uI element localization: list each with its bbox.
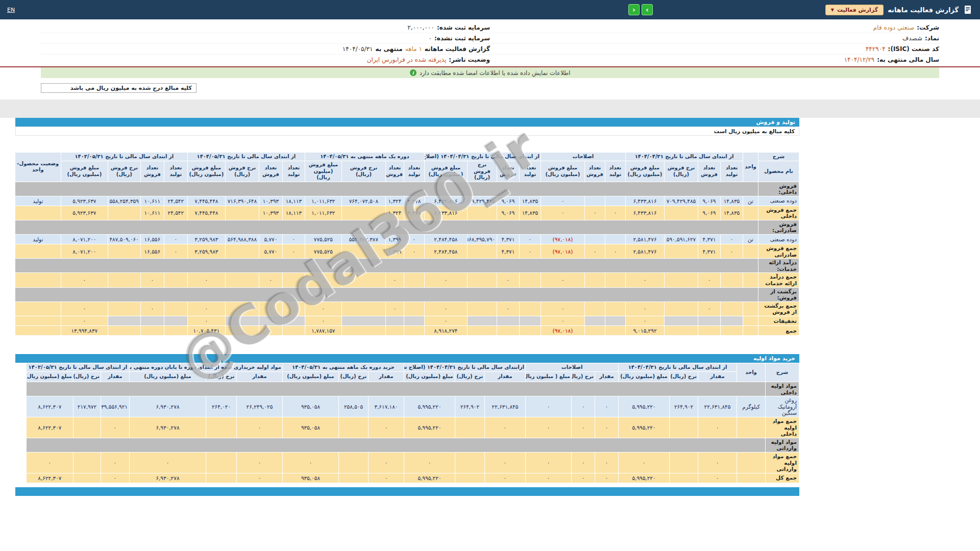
value-cell — [584, 302, 605, 316]
value-cell — [519, 273, 541, 287]
value-cell — [282, 316, 305, 326]
value-cell: ۰ — [595, 417, 618, 438]
column-subheader: نرخ (ریال) — [670, 372, 698, 382]
value-cell: ۵,۹۹۵,۲۲۰ — [404, 396, 455, 417]
value-cell: ۹,۰۶۹ — [497, 206, 519, 220]
value-cell: ۰ — [385, 273, 404, 287]
info-label: وضعیت ناشر: — [449, 56, 490, 63]
subtitle-text: کلیه مبالغ به میلیون ریال است — [714, 128, 795, 134]
value-cell: ۰ — [497, 273, 519, 287]
value-cell: ۴,۳۷۱ — [497, 244, 519, 259]
value-cell: ۰ — [368, 452, 404, 473]
column-subheader: مبلغ (میلیون ریال) — [26, 372, 73, 382]
page-gap — [0, 99, 980, 118]
info-row: وضعیت ناشر:پذیرفته شده در فرابورس ایران — [41, 55, 490, 65]
value-cell: ۰ — [164, 235, 187, 244]
unit-cell — [743, 244, 758, 259]
value-cell — [467, 326, 497, 336]
row-label: مواد اولیه وارداتی — [766, 438, 799, 452]
value-cell: ۰ — [61, 273, 108, 287]
value-cell — [519, 326, 541, 336]
value-cell — [665, 302, 698, 316]
production-sales-table: شرحواحداز ابتدای سال مالی تا تاریخ ۱۴۰۴/… — [15, 152, 799, 336]
report-icon — [963, 5, 973, 15]
value-cell — [259, 326, 282, 336]
column-subheader: مقدار — [595, 372, 618, 382]
value-cell — [467, 302, 497, 316]
value-cell: ۷۰۹,۴۲۹,۴۸۵ — [665, 196, 698, 206]
value-cell — [26, 438, 765, 452]
language-toggle-en[interactable]: EN — [7, 7, 15, 13]
value-cell: ۰ — [571, 473, 595, 483]
column-subheader: نرخ (ریال) — [73, 372, 101, 382]
value-cell: ۰ — [61, 302, 108, 316]
column-group-header: اصلاحات — [525, 363, 618, 372]
row-label: دوده صنعتی — [758, 235, 799, 244]
value-cell — [670, 452, 698, 473]
table-row: جمع کل۰۵,۹۹۵,۲۲۰۰۰۰۰۵,۹۹۵,۲۲۰۰۹۳۵,۰۵۸۰۶,… — [26, 473, 799, 483]
row-label: تخفیفات — [758, 316, 799, 326]
value-cell: ۰ — [625, 302, 664, 316]
column-subheader: تعداد تولید — [164, 161, 187, 182]
info-value: ۱ ماهه — [405, 45, 422, 53]
value-cell: ۵۹۰,۵۹۱,۶۲۷ — [665, 235, 698, 244]
column-subheader: نرخ (ریال) — [571, 372, 595, 382]
value-cell: ۰ — [618, 452, 669, 473]
value-cell: ۱۸,۱۱۳ — [282, 206, 305, 220]
value-cell: ۰ — [101, 452, 129, 473]
value-cell: ۰ — [584, 244, 605, 259]
unit-cell: تن — [743, 235, 758, 244]
value-cell — [225, 244, 259, 259]
value-cell: ۰ — [187, 273, 225, 287]
value-cell: ۰ — [541, 206, 584, 220]
row-label: جمع — [758, 326, 799, 336]
value-cell: ۰ — [721, 235, 743, 244]
info-value: صنعتي دوده فام — [873, 24, 914, 31]
value-cell: ۲,۴۸۴,۴۵۸ — [424, 244, 467, 259]
column-subheader: مبلغ (میلیون ریال) — [129, 372, 206, 382]
row-label: فروش داخلی: — [758, 182, 799, 196]
column-subheader: نرخ (ریال) — [338, 372, 368, 382]
value-cell: ۰ — [236, 473, 282, 483]
value-cell — [404, 273, 424, 287]
value-cell: ۰ — [484, 473, 525, 483]
value-cell: ۳,۲۵۹,۹۸۳ — [187, 235, 225, 244]
table-row: جمع مواد اولیه وارداتی۰۰۰۰۰۰۰۰۰۰۰۰۰ — [26, 452, 799, 473]
row-label: فروش صادراتی: — [758, 220, 799, 234]
amounts-unit-subtitle: کلیه مبالغ به میلیون ریال است — [15, 127, 799, 136]
value-cell: ۰ — [305, 316, 341, 326]
value-cell: ۰ — [140, 273, 164, 287]
value-cell: ۶,۴۳۳,۸۱۶ — [424, 206, 467, 220]
value-cell: ۰ — [424, 273, 467, 287]
value-cell — [225, 302, 259, 316]
value-cell: ۷,۴۴۵,۴۴۸ — [187, 196, 225, 206]
next-report-button[interactable]: › — [642, 4, 653, 15]
info-row: کد صنعت (ISIC):۴۴۲۹۰۴ — [490, 44, 939, 55]
value-cell: ۸,۶۲۲,۳۰۷ — [26, 473, 73, 483]
info-label: شرکت: — [917, 24, 939, 31]
value-cell: ۱۰,۶۱۱ — [140, 206, 164, 220]
unit-cell: کیلوگرم — [737, 396, 766, 417]
prev-report-button[interactable]: ‹ — [628, 4, 640, 15]
info-value: ۴۴۲۹۰۴ — [866, 45, 886, 53]
value-cell: ۵۵۴,۳۶۲,۳۸۷ — [341, 235, 385, 244]
value-cell: ۰ — [129, 452, 206, 473]
unit-cell — [737, 473, 766, 483]
value-cell: ۲,۵۸۱,۴۷۶ — [625, 244, 664, 259]
column-subheader: مبلغ فروش (میلیون ریال) — [305, 161, 341, 182]
value-cell: ۵۵۸,۲۵۴,۳۵۹ — [108, 196, 140, 206]
info-value: ۰ — [429, 35, 432, 42]
value-cell — [584, 316, 605, 326]
value-cell — [665, 206, 698, 220]
column-group-header: از ابتدای سال مالی تا تاریخ ۱۴۰۴/۰۴/۳۱ (… — [424, 153, 541, 161]
value-cell: ۲۴,۵۴۲ — [164, 206, 187, 220]
value-cell: ۸,۶۲۲,۳۰۷ — [26, 396, 73, 417]
column-subheader: مقدار — [484, 372, 525, 382]
value-cell: ۰ — [259, 273, 282, 287]
column-subheader: تعداد تولید — [519, 161, 541, 182]
value-cell: ۵,۹۹۵,۲۲۰ — [618, 473, 669, 483]
info-value: ۲,۰۰۰,۰۰۰ — [407, 24, 434, 31]
report-type-dropdown[interactable]: گزارش فعالیت ▼ — [825, 5, 884, 15]
value-cell: ۰ — [525, 473, 571, 483]
column-group-header: از ابتدای سال مالی تا تاریخ ۱۴۰۳/۰۵/۳۱ — [61, 153, 187, 161]
